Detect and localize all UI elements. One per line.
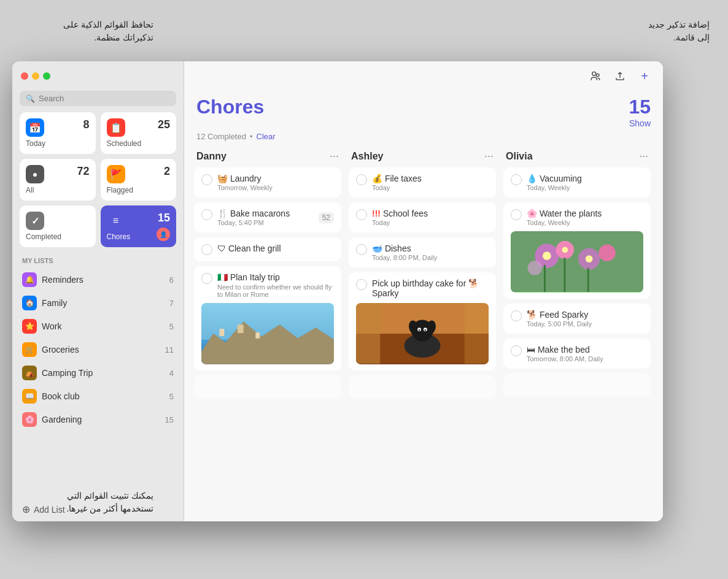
dot-separator: • xyxy=(250,132,253,141)
bookclub-icon: 📖 xyxy=(22,389,37,404)
plants-check[interactable] xyxy=(511,209,522,220)
ashley-more-button[interactable]: ··· xyxy=(484,150,494,163)
macarons-name: 🍴 Bake macarons xyxy=(217,209,314,218)
ashley-empty-row xyxy=(349,375,496,399)
task-feed-sparky[interactable]: 🐕 Feed Sparky Today, 5:00 PM, Daily xyxy=(503,304,651,334)
column-name-danny: Danny xyxy=(196,151,227,162)
work-icon: ⭐ xyxy=(22,319,37,334)
task-file-taxes[interactable]: 💰 File taxes Today xyxy=(349,167,496,197)
grill-check[interactable] xyxy=(201,244,212,255)
olivia-empty-row xyxy=(503,374,651,397)
grill-name: 🛡 Clean the grill xyxy=(217,243,334,253)
dishes-check[interactable] xyxy=(356,244,367,255)
columns-area: Danny ··· 🧺 Laundry Tomorrow, Weekly xyxy=(184,147,663,521)
completed-bar: 12 Completed • Clear xyxy=(184,132,663,147)
flagged-count: 2 xyxy=(164,165,170,178)
svg-point-25 xyxy=(598,245,615,261)
smart-list-flagged[interactable]: 🚩 2 Flagged xyxy=(101,159,177,201)
svg-point-18 xyxy=(424,329,426,331)
smart-list-scheduled[interactable]: 📋 25 Scheduled xyxy=(101,112,177,154)
task-clean-grill[interactable]: 🛡 Clean the grill xyxy=(194,237,341,261)
cake-check[interactable] xyxy=(356,279,367,290)
add-reminder-button[interactable]: + xyxy=(636,67,653,85)
list-count-big: 15 xyxy=(629,96,651,118)
bed-check[interactable] xyxy=(511,345,522,356)
search-bar[interactable]: 🔍 xyxy=(20,91,176,106)
macarons-check[interactable] xyxy=(201,209,212,220)
danny-more-button[interactable]: ··· xyxy=(330,150,339,163)
clear-button[interactable]: Clear xyxy=(257,132,276,141)
my-lists-header: My Lists xyxy=(12,255,184,268)
smart-list-today[interactable]: 📅 8 Today xyxy=(20,112,96,154)
family-count: 7 xyxy=(169,299,174,308)
sparky-sub: Today, 5:00 PM, Daily xyxy=(527,320,643,328)
svg-rect-28 xyxy=(563,258,565,292)
list-item-reminders[interactable]: 🔔 Reminders 6 xyxy=(17,268,179,291)
app-window: 🔍 📅 8 Today 📋 25 Scheduled ● xyxy=(12,61,663,521)
maximize-button[interactable] xyxy=(43,72,50,80)
olivia-more-button[interactable]: ··· xyxy=(639,150,648,163)
reminders-name: Reminders xyxy=(42,275,165,285)
fees-check[interactable] xyxy=(356,209,367,220)
reminders-count: 6 xyxy=(169,275,174,285)
camping-icon: ⛺ xyxy=(22,366,37,380)
smart-list-completed[interactable]: ✓ Completed xyxy=(20,205,96,247)
show-button[interactable]: Show xyxy=(629,118,651,128)
list-item-groceries[interactable]: 🛒 Groceries 11 xyxy=(17,338,179,361)
smart-list-all[interactable]: ● 72 All xyxy=(20,159,96,201)
svg-point-30 xyxy=(543,251,551,260)
scheduled-icon: 📋 xyxy=(107,118,125,137)
minimize-button[interactable] xyxy=(32,72,39,80)
taxes-check[interactable] xyxy=(356,174,367,185)
task-water-plants[interactable]: 🌸 Water the plants Today, Weekly xyxy=(503,202,651,299)
task-school-fees[interactable]: !!! School fees Today xyxy=(349,202,496,232)
camping-name: Camping Trip xyxy=(42,368,165,378)
search-icon: 🔍 xyxy=(26,94,35,103)
list-item-work[interactable]: ⭐ Work 5 xyxy=(17,315,179,338)
vacuum-sub: Today, Weekly xyxy=(527,184,643,191)
vacuum-check[interactable] xyxy=(511,174,522,185)
work-name: Work xyxy=(42,321,165,331)
traffic-lights xyxy=(21,72,50,80)
task-vacuuming[interactable]: 💧 Vacuuming Today, Weekly xyxy=(503,167,651,197)
reminders-icon: 🔔 xyxy=(22,272,37,287)
dog-image xyxy=(356,303,489,364)
my-lists: 🔔 Reminders 6 🏠 Family 7 ⭐ Work 5 xyxy=(12,268,184,497)
list-item-family[interactable]: 🏠 Family 7 xyxy=(17,291,179,315)
column-header-danny: Danny ··· xyxy=(194,147,341,167)
task-italy-trip[interactable]: 🇮🇹 Plan Italy trip Need to confirm wheth… xyxy=(194,266,341,370)
list-item-bookclub[interactable]: 📖 Book club 5 xyxy=(17,385,179,408)
danny-empty-row xyxy=(194,375,341,399)
gardening-name: Gardening xyxy=(42,415,160,424)
sparky-check[interactable] xyxy=(511,310,522,321)
task-birthday-cake[interactable]: Pick up birthday cake for 🐕 Sparky xyxy=(349,272,496,370)
task-laundry[interactable]: 🧺 Laundry Tomorrow, Weekly xyxy=(194,167,341,197)
smart-list-chores[interactable]: ≡ 15 Chores 👤 xyxy=(101,205,177,247)
task-bake-macarons[interactable]: 🍴 Bake macarons Today, 5:40 PM 52 xyxy=(194,202,341,232)
today-count: 8 xyxy=(83,118,89,131)
bed-sub: Tomorrow, 8:00 AM, Daily xyxy=(527,355,643,362)
laundry-check[interactable] xyxy=(201,174,212,185)
task-dishes[interactable]: 🥣 Dishes Today, 8:00 PM, Daily xyxy=(349,237,496,267)
italy-name: 🇮🇹 Plan Italy trip xyxy=(217,272,334,282)
groceries-name: Groceries xyxy=(42,345,160,355)
search-input[interactable] xyxy=(39,94,170,103)
main-content: + Chores 15 Show 12 Completed • Clear xyxy=(184,61,663,521)
annotation-bottom-left: يمكنك تثبيت القوائم التي تستخدمها أكثر م… xyxy=(18,489,153,515)
bookclub-name: Book club xyxy=(42,391,165,401)
chores-count: 15 xyxy=(158,212,170,224)
list-item-camping[interactable]: ⛺ Camping Trip 4 xyxy=(17,361,179,385)
close-button[interactable] xyxy=(21,72,28,80)
svg-rect-21 xyxy=(511,232,643,292)
taxes-sub: Today xyxy=(372,184,489,191)
task-make-bed[interactable]: 🛏 Make the bed Tomorrow, 8:00 AM, Daily xyxy=(503,339,651,369)
collab-button[interactable] xyxy=(587,67,604,85)
groceries-icon: 🛒 xyxy=(22,342,37,357)
scheduled-count: 25 xyxy=(158,118,170,131)
share-button[interactable] xyxy=(611,67,629,85)
list-item-gardening[interactable]: 🌸 Gardening 15 xyxy=(17,408,179,431)
svg-rect-7 xyxy=(238,324,244,333)
cake-name: Pick up birthday cake for 🐕 Sparky xyxy=(372,278,489,298)
italy-check[interactable] xyxy=(201,273,212,284)
main-toolbar: + xyxy=(184,61,663,91)
